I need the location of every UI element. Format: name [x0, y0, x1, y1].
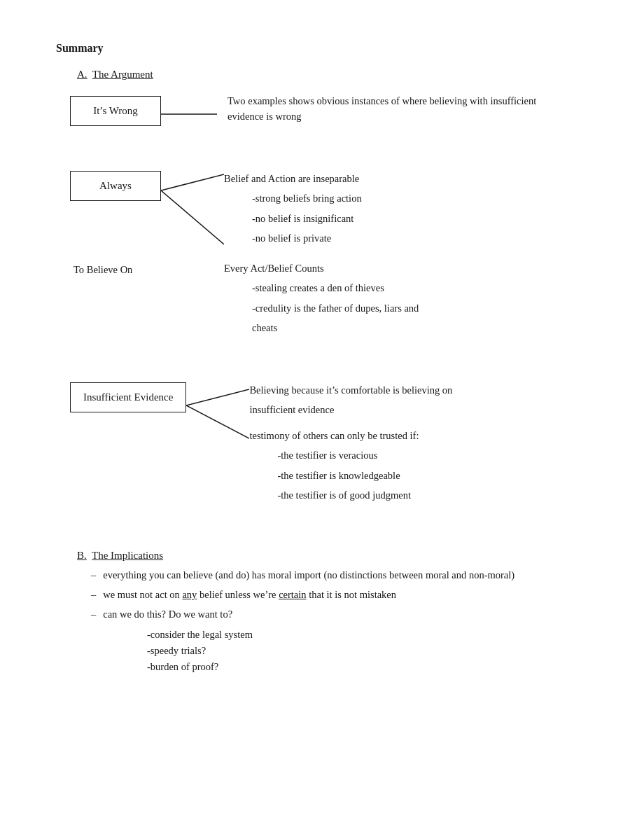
sub-items: -consider the legal system -speedy trial…: [147, 627, 588, 676]
box3-notes: Believing because it’s comfortable is be…: [249, 382, 452, 508]
connector-fork-3: [186, 386, 249, 470]
row1: It’s Wrong Two examples shows obvious in…: [70, 93, 560, 129]
section-a-letter: A.: [77, 69, 88, 80]
section-b-label: B. The Implications: [77, 550, 588, 562]
connector-fork-2: [161, 171, 224, 297]
section-b-heading: The Implications: [92, 550, 163, 561]
svg-line-1: [161, 174, 224, 190]
sub-item-2: -speedy trials?: [147, 643, 588, 659]
list-item: – everything you can believe (and do) ha…: [91, 567, 588, 583]
section-b-letter: B.: [77, 550, 87, 561]
section-b: B. The Implications – everything you can…: [77, 550, 588, 676]
svg-line-4: [186, 405, 249, 438]
connector-line-1: [161, 100, 217, 128]
section-a-heading: The Argument: [92, 69, 153, 80]
implications-list: – everything you can believe (and do) ha…: [91, 567, 588, 623]
box-its-wrong: It’s Wrong: [70, 96, 161, 126]
list-item: – we must not act on any belief unless w…: [91, 587, 588, 602]
dash-1: –: [91, 567, 96, 583]
sub-item-1: -consider the legal system: [147, 627, 588, 643]
summary-title: Summary: [56, 42, 588, 55]
diagram-container: It’s Wrong Two examples shows obvious in…: [70, 93, 560, 508]
item-3-text: can we do this? Do we want to?: [103, 606, 588, 622]
underline-any: any: [182, 589, 197, 600]
list-item: – can we do this? Do we want to?: [91, 606, 588, 622]
section-a-label: A. The Argument: [77, 69, 588, 81]
svg-line-2: [161, 190, 224, 244]
row3: Insufficient Evidence Believing because …: [70, 382, 560, 508]
below-box-label: To Believe On: [74, 264, 132, 276]
row2-container: Always To Believe On Belief and Action a…: [70, 171, 560, 340]
underline-certain: certain: [279, 589, 306, 600]
box-always: Always: [70, 171, 161, 201]
dash-2: –: [91, 587, 96, 602]
item-2-text: we must not act on any belief unless we’…: [103, 587, 588, 602]
svg-line-3: [186, 389, 249, 405]
sub-item-3: -burden of proof?: [147, 659, 588, 675]
box2-notes: Belief and Action are inseparable -stron…: [224, 171, 419, 340]
item-1-text: everything you can believe (and do) has …: [103, 567, 588, 583]
dash-3: –: [91, 606, 96, 622]
box1-notes: Two examples shows obvious instances of …: [227, 93, 560, 129]
row2-left: Always To Believe On: [70, 171, 161, 276]
box-insufficient-evidence: Insufficient Evidence: [70, 382, 186, 412]
